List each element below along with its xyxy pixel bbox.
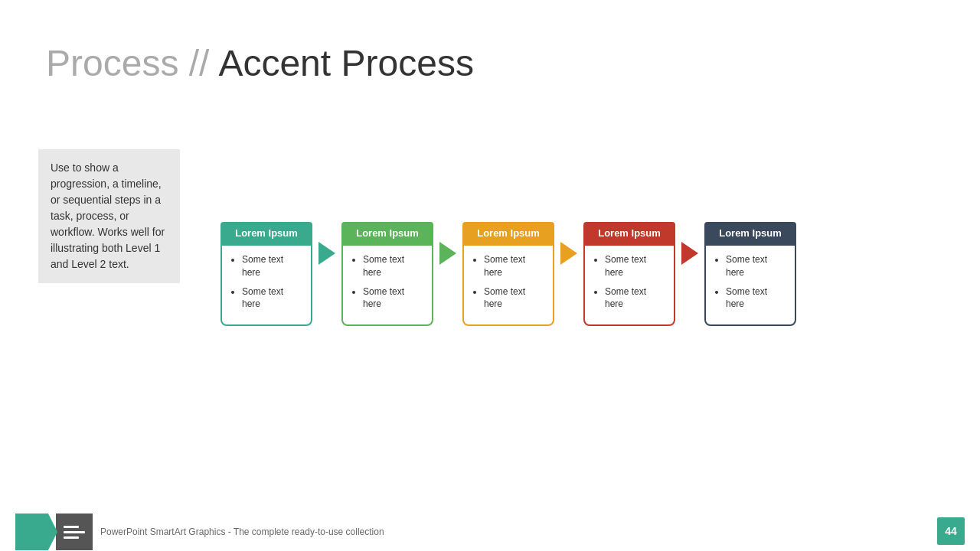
list-line-2 xyxy=(64,531,85,533)
step-2-bullet-2: Some text here xyxy=(363,285,424,311)
step-3-header: Lorem Ipsum xyxy=(462,222,554,244)
footer-text: PowerPoint SmartArt Graphics - The compl… xyxy=(100,527,384,537)
header-bold-text: Accent Process xyxy=(218,42,473,84)
step-5-bullet-2: Some text here xyxy=(726,285,787,311)
footer-chevron-icon xyxy=(15,514,57,550)
footer-list-lines xyxy=(64,526,85,539)
footer: PowerPoint SmartArt Graphics - The compl… xyxy=(0,513,980,551)
arrow-4-shape xyxy=(681,242,698,265)
step-4-bullet-2: Some text here xyxy=(605,285,666,311)
step-1-body: Some text here Some text here xyxy=(220,244,312,326)
step-4-header: Lorem Ipsum xyxy=(583,222,675,244)
step-1: Lorem Ipsum Some text here Some text her… xyxy=(220,222,312,326)
step-1-bullet-1: Some text here xyxy=(242,253,303,279)
step-3: Lorem Ipsum Some text here Some text her… xyxy=(462,222,554,326)
step-1-header: Lorem Ipsum xyxy=(220,222,312,244)
step-5: Lorem Ipsum Some text here Some text her… xyxy=(704,222,796,326)
arrow-2-shape xyxy=(439,242,456,265)
description-box: Use to show a progression, a timeline, o… xyxy=(38,149,180,283)
list-line-1 xyxy=(64,526,79,528)
arrow-3 xyxy=(554,242,583,265)
step-1-bullet-2: Some text here xyxy=(242,285,303,311)
header-light-text: Process // xyxy=(46,42,209,84)
step-5-header: Lorem Ipsum xyxy=(704,222,796,244)
step-4-bullet-1: Some text here xyxy=(605,253,666,279)
arrow-1-shape xyxy=(318,242,335,265)
footer-list-icon xyxy=(56,514,93,550)
arrow-3-shape xyxy=(560,242,577,265)
step-3-bullet-1: Some text here xyxy=(484,253,545,279)
step-2-bullet-1: Some text here xyxy=(363,253,424,279)
arrow-1 xyxy=(312,242,341,265)
step-5-body: Some text here Some text here xyxy=(704,244,796,326)
process-area: Lorem Ipsum Some text here Some text her… xyxy=(220,222,796,326)
arrow-4 xyxy=(675,242,704,265)
step-2: Lorem Ipsum Some text here Some text her… xyxy=(341,222,433,326)
footer-icon-group xyxy=(15,514,93,550)
step-4: Lorem Ipsum Some text here Some text her… xyxy=(583,222,675,326)
footer-page-number: 44 xyxy=(937,517,965,545)
step-3-bullet-2: Some text here xyxy=(484,285,545,311)
list-line-3 xyxy=(64,536,79,539)
step-5-bullet-1: Some text here xyxy=(726,253,787,279)
step-3-body: Some text here Some text here xyxy=(462,244,554,326)
description-text: Use to show a progression, a timeline, o… xyxy=(51,161,165,270)
step-2-body: Some text here Some text here xyxy=(341,244,433,326)
step-2-header: Lorem Ipsum xyxy=(341,222,433,244)
step-4-body: Some text here Some text here xyxy=(583,244,675,326)
page-header: Process // Accent Process xyxy=(46,42,474,84)
arrow-2 xyxy=(433,242,462,265)
